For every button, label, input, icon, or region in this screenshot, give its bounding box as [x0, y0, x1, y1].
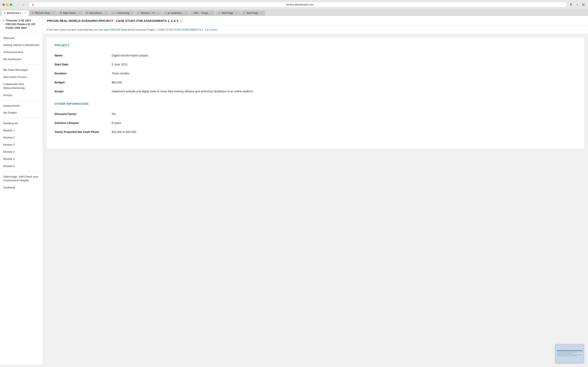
- tab-close[interactable]: ✕: [53, 12, 55, 15]
- course-title: Trimester 2 HE 2023 PRO100 Flinders St V…: [6, 19, 39, 30]
- value-cashflows: $10,000 to $30,000: [112, 130, 576, 133]
- sidebar-item-module-6[interactable]: Module 6: [0, 163, 43, 170]
- sidebar-item-discussion-forums[interactable]: Discussion Forums: [0, 74, 43, 81]
- page-title: PRO100 REAL-WORLD-SCENARIO-PROJECT - CAS…: [47, 19, 178, 22]
- address-bar[interactable]: 🔒 torrens.blackboard.com: [29, 2, 567, 7]
- tab-close[interactable]: ✕: [25, 12, 26, 15]
- tab-favicon: B: [60, 12, 62, 15]
- label-budget: Budget:: [54, 81, 112, 84]
- label-start-date: Start Date:: [54, 63, 112, 66]
- sidebar-item-my-grades[interactable]: My Grades: [0, 109, 43, 117]
- tab-label: Blackboard L...: [7, 12, 23, 15]
- tab-label: Start Page: [246, 12, 259, 15]
- sidebar-item-module-4[interactable]: Module 4: [0, 149, 43, 156]
- tab-favicon: a: [165, 12, 166, 15]
- table-row: Name: Digital transformation project: [54, 51, 576, 60]
- tab-favicon: ★: [243, 12, 245, 15]
- tab-learn1[interactable]: B https://learn... ✕: [58, 10, 83, 16]
- sidebar-item-module-1[interactable]: Module 1: [0, 127, 43, 134]
- link-bar: If this item does not open automatically…: [43, 26, 588, 34]
- label-lifespan: Solution Lifespan:: [54, 121, 112, 125]
- tab-label: – Grammarly: [115, 12, 130, 15]
- toggle-arrow-icon: ▾: [3, 19, 4, 22]
- tab-favicon: ★: [218, 12, 220, 15]
- minimize-button[interactable]: [6, 3, 9, 6]
- sidebar-item-module-3[interactable]: Module 3: [0, 141, 43, 149]
- sidebar-nav: Welcome Getting Started in Blackboard An…: [0, 33, 43, 193]
- close-button[interactable]: [2, 3, 5, 6]
- tab-grammarly[interactable]: G – Grammarly ✕: [110, 10, 135, 16]
- sidebar-item-assessments[interactable]: Assessments: [0, 102, 43, 109]
- other-info-section: OTHER INFORMATION Discount Factor: 5% So…: [54, 102, 576, 136]
- tab-close[interactable]: ✕: [261, 12, 263, 15]
- share-button[interactable]: ⬆: [569, 2, 573, 7]
- tab-blackboard[interactable]: B Blackboard L... ✕: [2, 10, 29, 16]
- table-row: Start Date: 5 June 2023: [54, 60, 576, 69]
- value-lifespan: 8 years: [112, 121, 576, 125]
- sidebar-item-safeassign[interactable]: SafeAssign: Self-Check your Assessment I…: [0, 173, 43, 184]
- table-row: Yearly Projected Net Cash Flows: $10,000…: [54, 127, 576, 136]
- tab-label: PRO100 Real...: [35, 12, 52, 15]
- forward-button[interactable]: ›: [21, 2, 26, 8]
- sidebar-item-reading-list[interactable]: Reading list: [0, 120, 43, 127]
- table-row: Scope: Implement website and digital too…: [54, 87, 576, 96]
- traffic-lights: [2, 3, 12, 6]
- title-bar: ‹ › 🔒 torrens.blackboard.com ⬆ ＋ ⊞: [0, 0, 588, 9]
- other-info-heading: OTHER INFORMATION: [54, 102, 576, 105]
- sidebar-divider-3: [3, 118, 39, 118]
- thumbnail-overlay: [555, 344, 584, 363]
- tab-close[interactable]: ✕: [185, 12, 187, 15]
- tab-start1[interactable]: ★ Start Page ✕: [216, 10, 240, 16]
- content-header: PRO100 REAL-WORLD-SCENARIO-PROJECT - CAS…: [43, 16, 588, 26]
- tab-label: Studocu – Fr...: [141, 12, 156, 15]
- sidebar-item-groups[interactable]: Groups: [0, 92, 43, 99]
- sidebar-toggle-button[interactable]: ⊞: [581, 2, 586, 7]
- url-text: torrens.blackboard.com: [36, 3, 564, 6]
- sidebar-item-my-class-messages[interactable]: My Class Messages: [0, 67, 43, 74]
- sidebar-item-module-5[interactable]: Module 5: [0, 156, 43, 163]
- table-row: Discount Factor: 5%: [54, 109, 576, 118]
- tab-favicon: B: [86, 12, 88, 15]
- sidebar-divider-1: [3, 65, 39, 65]
- value-name: Digital transformation project: [112, 54, 576, 57]
- sidebar-divider-4: [3, 171, 39, 172]
- sidebar-item-welcome[interactable]: Welcome: [0, 35, 43, 42]
- tab-learn2[interactable]: B https://learn... ✕: [84, 10, 109, 16]
- tab-close[interactable]: ✕: [211, 12, 213, 15]
- tab-close[interactable]: ✕: [131, 12, 132, 15]
- label-cashflows: Yearly Projected Net Cash Flows:: [54, 130, 112, 133]
- value-budget: $60,000: [112, 81, 576, 84]
- label-discount: Discount Factor:: [54, 112, 112, 116]
- tab-close[interactable]: ✕: [236, 12, 238, 15]
- tab-imc[interactable]: I IMC – Googl... ✕: [190, 10, 215, 16]
- tab-start2[interactable]: ★ Start Page ✕: [241, 10, 265, 16]
- tab-pro100[interactable]: B PRO100 Real... ✕: [29, 10, 57, 16]
- sidebar: ▾ Trimester 2 HE 2023 PRO100 Flinders St…: [0, 16, 43, 365]
- tab-label: IMC – Googl...: [194, 12, 210, 15]
- tab-favicon: G: [112, 12, 114, 15]
- tab-label: an australian...: [168, 12, 184, 15]
- tab-australian[interactable]: a an australian... ✕: [163, 10, 189, 16]
- tab-label: Start Page: [222, 12, 234, 15]
- new-tab-button[interactable]: ＋: [575, 2, 580, 8]
- course-toggle[interactable]: ▾ Trimester 2 HE 2023 PRO100 Flinders St…: [3, 19, 39, 30]
- table-row: Budget: $60,000: [54, 78, 576, 87]
- sidebar-item-studiosity[interactable]: Studiosity: [0, 184, 43, 191]
- sidebar-item-my-dashboard[interactable]: My Dashboard: [0, 56, 43, 63]
- tabs-bar: B Blackboard L... ✕ B PRO100 Real... ✕ B…: [0, 9, 588, 16]
- sidebar-item-collaborate-ultra[interactable]: Collaborate Ultra Webconferencing: [0, 81, 43, 92]
- back-button[interactable]: ‹: [14, 2, 20, 8]
- sidebar-item-announcements[interactable]: Announcements: [0, 49, 43, 56]
- tab-close[interactable]: ✕: [105, 12, 107, 15]
- tab-close[interactable]: ✕: [158, 12, 160, 15]
- tab-close[interactable]: ✕: [79, 12, 81, 15]
- sidebar-item-getting-started[interactable]: Getting Started in Blackboard: [0, 42, 43, 49]
- sidebar-item-module-2[interactable]: Module 2: [0, 134, 43, 141]
- table-row: Solution Lifespan: 8 years: [54, 118, 576, 127]
- table-row: Duration: Three months: [54, 69, 576, 78]
- label-name: Name:: [54, 54, 112, 57]
- open-link[interactable]: open PRO100 Real-World-Scenario-Project …: [104, 28, 217, 31]
- tab-studocu[interactable]: S Studocu – Fr... ✕: [135, 10, 162, 16]
- tab-favicon: B: [32, 12, 33, 15]
- maximize-button[interactable]: [10, 3, 12, 6]
